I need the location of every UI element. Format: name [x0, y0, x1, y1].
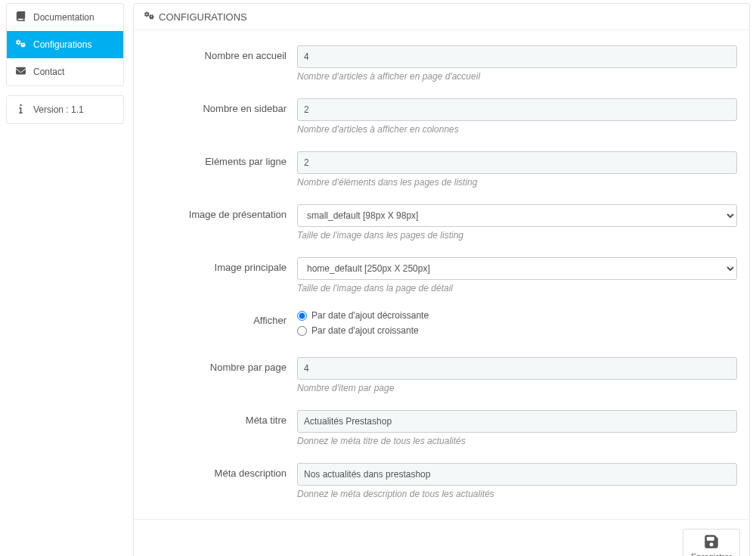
- per-page-input[interactable]: [297, 357, 737, 380]
- per-line-label: Eléments par ligne: [146, 151, 297, 188]
- display-radio-asc[interactable]: [297, 326, 307, 336]
- display-radio-desc[interactable]: [297, 311, 307, 321]
- info-icon: [16, 104, 26, 116]
- meta-title-help: Donnez le méta titre de tous les actuali…: [297, 436, 737, 446]
- save-button-label: Enregistrer: [691, 552, 732, 556]
- home-count-help: Nombre d'articles à afficher en page d'a…: [297, 71, 737, 82]
- sidebar-count-help: Nombre d'articles à afficher en colonnes: [297, 124, 737, 135]
- sidebar-version: Version : 1.1: [7, 96, 123, 123]
- save-button[interactable]: Enregistrer: [683, 529, 740, 556]
- per-page-label: Nombre par page: [146, 357, 297, 393]
- main-image-help: Taille de l'image dans la page de détail: [297, 283, 737, 294]
- meta-description-label: Méta description: [146, 463, 297, 499]
- cogs-icon: [16, 39, 26, 51]
- listing-image-help: Taille de l'image dans les pages de list…: [297, 230, 737, 241]
- meta-description-help: Donnez le méta description de tous les a…: [297, 489, 737, 499]
- sidebar-item-label: Configurations: [33, 39, 91, 50]
- panel-title: Configurations: [159, 11, 247, 23]
- main-image-select[interactable]: home_default [250px X 250px]: [297, 257, 737, 280]
- sidebar-item-label: Contact: [33, 67, 64, 77]
- listing-image-select[interactable]: small_default [98px X 98px]: [297, 204, 737, 227]
- meta-description-input[interactable]: [297, 463, 737, 486]
- listing-image-label: Image de présentation: [146, 204, 297, 241]
- display-label: Afficher: [146, 310, 297, 340]
- home-count-input[interactable]: [297, 45, 737, 68]
- meta-title-input[interactable]: [297, 410, 737, 433]
- display-option-asc[interactable]: Par date d'ajout croissante: [297, 325, 737, 336]
- per-line-help: Nombre d'éléments dans les pages de list…: [297, 177, 737, 188]
- display-option-desc[interactable]: Par date d'ajout décroissante: [297, 310, 737, 321]
- main-image-label: Image principale: [146, 257, 297, 294]
- save-icon: [704, 534, 719, 551]
- display-option-desc-label: Par date d'ajout décroissante: [311, 310, 429, 321]
- display-option-asc-label: Par date d'ajout croissante: [311, 325, 419, 336]
- per-page-help: Nombre d'item par page: [297, 383, 737, 393]
- config-panel: Configurations Nombre en accueil Nombre …: [133, 3, 750, 556]
- meta-title-label: Méta titre: [146, 410, 297, 446]
- cogs-icon: [144, 11, 154, 23]
- envelope-icon: [16, 66, 26, 78]
- sidebar-item-documentation[interactable]: Documentation: [7, 4, 123, 31]
- panel-header: Configurations: [134, 4, 749, 30]
- per-line-input[interactable]: [297, 151, 737, 174]
- sidebar-item-label: Documentation: [33, 12, 94, 23]
- side-nav: Documentation Configurations Contact: [6, 3, 124, 86]
- book-icon: [16, 11, 26, 23]
- sidebar-item-configurations[interactable]: Configurations: [7, 31, 123, 58]
- sidebar-item-contact[interactable]: Contact: [7, 58, 123, 85]
- home-count-label: Nombre en accueil: [146, 45, 297, 82]
- sidebar-count-label: Nombre en sidebar: [146, 98, 297, 135]
- sidebar-version-label: Version : 1.1: [33, 104, 84, 115]
- sidebar-count-input[interactable]: [297, 98, 737, 121]
